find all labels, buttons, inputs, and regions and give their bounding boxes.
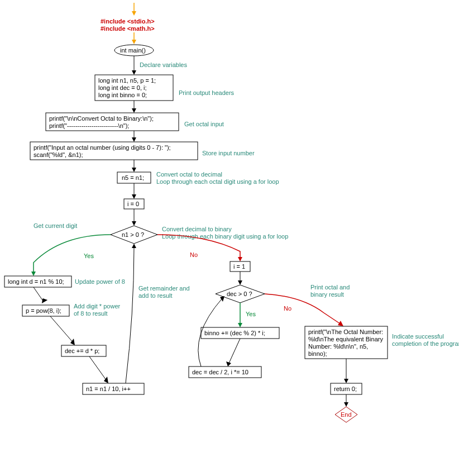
arrowhead-main-declare: [132, 70, 136, 75]
comment-add-digit: Add digit * power: [74, 303, 120, 310]
include-math: #include <math.h>: [101, 25, 155, 32]
cond1-yes-path: [34, 235, 111, 273]
cond1-label: n1 > 0 ?: [122, 231, 144, 238]
arrowhead-input-store: [132, 168, 136, 172]
arrowhead-printf-return: [344, 379, 348, 383]
arrow-pow-decadd: [50, 316, 73, 342]
main-label: int main(): [120, 47, 146, 54]
arrowhead-pow-decadd: [70, 339, 75, 345]
printf-header1: printf("\n\nConvert Octal to Binary:\n")…: [49, 115, 154, 122]
arrowhead-printf1-printf2: [132, 137, 136, 142]
comment-get-input: Get octal input: [184, 121, 224, 127]
comment-success2: completion of the program: [392, 340, 459, 347]
printf-result4: binno);: [308, 350, 327, 357]
comment-print-headers: Print output headers: [179, 89, 235, 96]
arrow-digit-pow: [34, 287, 44, 302]
comment-success1: Indicate successful: [392, 333, 444, 340]
comment-add-digit2: of 8 to result: [74, 310, 108, 317]
arrowhead-return-end: [344, 402, 348, 407]
comment-print-result1: Print octal and: [310, 284, 350, 291]
store-label: n5 = n1;: [122, 174, 144, 181]
comment-update-pow: Update power of 8: [75, 278, 125, 285]
comment-get-rem2: add to result: [138, 292, 173, 299]
arrowhead-binno-decupd: [226, 361, 231, 366]
comment-convert-decimal: Convert octal to decimal: [156, 171, 222, 178]
dec-upd-label: dec = dec / 2, i *= 10: [192, 369, 248, 375]
comment-convert-binary: Convert decimal to binary: [162, 226, 232, 232]
arrowhead-i1-cond2: [238, 280, 242, 285]
comment-store-input: Store input number: [202, 150, 255, 156]
arrow-decadd-loop: [89, 356, 106, 380]
dec-add-label: dec += d * p;: [65, 348, 99, 354]
pow-label: p = pow(8, i);: [26, 307, 61, 314]
arrowhead-to-main: [132, 40, 136, 44]
comment-loop-binary: Loop through each binary digit using a f…: [162, 233, 288, 240]
declare-line3: long int binno = 0;: [98, 92, 147, 98]
arrowhead-store-i0: [132, 194, 136, 199]
cond1-no-head: [238, 257, 242, 261]
cond2-yes-label: Yes: [246, 311, 256, 317]
i0-label: i = 0: [127, 201, 139, 207]
end-label: End: [341, 411, 352, 418]
comment-get-digit: Get current digit: [34, 222, 77, 229]
cond2-yes-head: [238, 323, 242, 327]
flowchart-canvas: #include <stdio.h> #include <math.h> int…: [0, 0, 459, 476]
cond1-yes-head: [31, 272, 36, 276]
printf-header2: printf("-------------------------\n");: [49, 122, 129, 129]
cond2-no-label: No: [284, 305, 291, 312]
comment-loop-octal: Loop through each octal digit using a fo…: [156, 178, 279, 185]
comment-declare: Declare variables: [140, 61, 187, 68]
printf-result3: Number: %ld\n\n", n5,: [308, 343, 368, 350]
arrow-binno-decupd: [229, 339, 240, 363]
printf-input: printf("Input an octal number (using dig…: [34, 144, 171, 151]
comment-get-rem1: Get remainder and: [138, 285, 190, 292]
arrowhead-i0-cond1: [132, 221, 136, 226]
cond2-label: dec > 0 ?: [227, 291, 252, 297]
arrowhead-declare-printf1: [132, 108, 136, 113]
include-stdio: #include <stdio.h>: [101, 18, 155, 25]
get-digit-label: long int d = n1 % 10;: [8, 278, 64, 285]
loop1-back-head: [132, 244, 136, 248]
printf-result2: %ld\nThe equivalent Binary: [308, 336, 383, 342]
loop1-back-path: [126, 247, 134, 383]
comment-print-result2: binary result: [310, 291, 344, 298]
scanf-line: scanf("%ld", &n1);: [34, 151, 83, 158]
cond2-no-head: [338, 321, 343, 326]
return-label: return 0;: [334, 385, 357, 392]
loop2-back-head: [220, 296, 224, 302]
binno-add-label: binno += (dec % 2) * i;: [204, 330, 265, 336]
entry-arrowhead: [132, 11, 136, 16]
i1-label: i = 1: [233, 263, 245, 270]
printf-result1: printf("\nThe Octal Number:: [308, 329, 383, 335]
loop-upd-label: n1 = n1 / 10, i++: [86, 385, 131, 392]
declare-line1: long int n1, n5, p = 1;: [98, 77, 156, 84]
cond1-yes-label: Yes: [84, 253, 94, 259]
declare-line2: long int dec = 0, i;: [98, 84, 147, 91]
cond2-no-path: [265, 294, 341, 324]
cond1-no-label: No: [190, 251, 198, 258]
